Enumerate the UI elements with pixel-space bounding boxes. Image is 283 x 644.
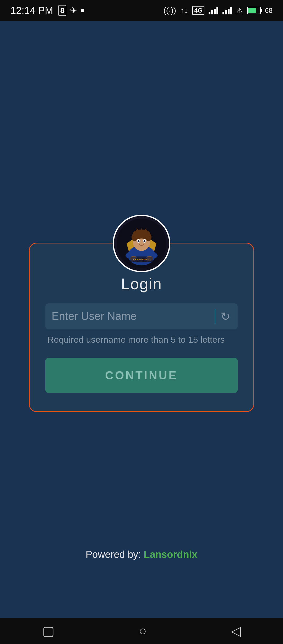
- battery-level: 68: [265, 7, 273, 15]
- battery-fill: [248, 8, 256, 13]
- refresh-button[interactable]: ↻: [220, 309, 231, 324]
- wifi-icon: ((·)): [164, 6, 176, 15]
- powered-by-brand: Lansordnix: [144, 549, 197, 560]
- app-8-icon: 8: [58, 5, 67, 16]
- svg-text:LANSORDNIX: LANSORDNIX: [133, 258, 150, 260]
- svg-point-13: [132, 233, 138, 241]
- gamer-logo-svg: LANSORDNIX: [117, 219, 166, 268]
- avatar: LANSORDNIX: [113, 215, 170, 272]
- nav-bar: ▢ ○ ◁: [0, 618, 283, 644]
- svg-point-20: [138, 240, 140, 242]
- status-icons-left: 8 ✈: [58, 5, 85, 16]
- login-card: LANSORDNIX Login ↻ Required username mor…: [29, 243, 254, 412]
- svg-point-21: [144, 240, 146, 242]
- avatar-inner: LANSORDNIX: [114, 216, 169, 271]
- notification-dot: [81, 9, 84, 12]
- svg-point-14: [145, 233, 151, 241]
- cursor-divider: [215, 309, 215, 324]
- network-4g: 4G: [192, 6, 204, 15]
- nav-back-button[interactable]: ◁: [220, 621, 251, 641]
- status-right: ((·)) ↑↓ 4G ⚠ 68: [164, 6, 273, 15]
- nav-home-button[interactable]: ○: [128, 621, 157, 641]
- nav-square-button[interactable]: ▢: [32, 621, 65, 641]
- login-title: Login: [121, 275, 162, 293]
- signal-bars-2: [222, 7, 232, 14]
- signal-bars-1: [209, 7, 218, 14]
- username-input-wrapper[interactable]: ↻: [45, 303, 238, 329]
- lte-icon: ↑↓: [180, 6, 188, 15]
- main-content: LANSORDNIX Login ↻ Required username mor…: [0, 21, 283, 618]
- powered-by-label: Powered by:: [86, 549, 144, 560]
- hint-text: Required username more than 5 to 15 lett…: [45, 335, 225, 345]
- battery-indicator: [247, 7, 261, 14]
- continue-button[interactable]: CONTINUE: [45, 358, 238, 393]
- username-input[interactable]: [52, 310, 210, 323]
- status-left: 12:14 PM 8 ✈: [10, 5, 84, 16]
- status-bar: 12:14 PM 8 ✈ ((·)) ↑↓ 4G: [0, 0, 283, 21]
- powered-by: Powered by: Lansordnix: [86, 549, 198, 560]
- status-time: 12:14 PM: [10, 5, 53, 16]
- telegram-icon: ✈: [70, 5, 77, 15]
- warning-icon: ⚠: [236, 6, 243, 15]
